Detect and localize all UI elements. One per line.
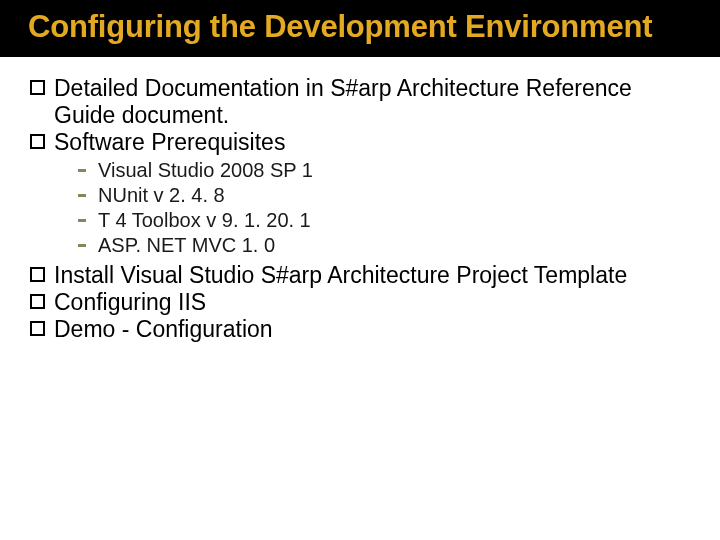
square-bullet-icon [30, 294, 45, 309]
bullet-text: Software Prerequisites [54, 129, 285, 155]
bullet-text: Detailed Documentation in S#arp Architec… [54, 75, 632, 128]
square-bullet-icon [30, 80, 45, 95]
sub-bullet-nunit: NUnit v 2. 4. 8 [78, 183, 690, 208]
square-bullet-icon [30, 321, 45, 336]
bullet-documentation: Detailed Documentation in S#arp Architec… [30, 75, 690, 129]
bullet-text: Demo - Configuration [54, 316, 273, 342]
sub-bullet-aspnetmvc: ASP. NET MVC 1. 0 [78, 233, 690, 258]
sub-bullet-group: Visual Studio 2008 SP 1 NUnit v 2. 4. 8 … [30, 156, 690, 262]
slide-body: Detailed Documentation in S#arp Architec… [0, 57, 720, 344]
slide-title: Configuring the Development Environment [0, 0, 720, 57]
bullet-prerequisites: Software Prerequisites [30, 129, 690, 156]
slide: Configuring the Development Environment … [0, 0, 720, 540]
sub-bullet-text: ASP. NET MVC 1. 0 [98, 234, 275, 256]
bullet-text: Install Visual Studio S#arp Architecture… [54, 262, 627, 288]
sub-bullet-t4toolbox: T 4 Toolbox v 9. 1. 20. 1 [78, 208, 690, 233]
dash-bullet-icon [78, 169, 86, 172]
square-bullet-icon [30, 134, 45, 149]
bullet-demo-config: Demo - Configuration [30, 316, 690, 343]
sub-bullet-text: Visual Studio 2008 SP 1 [98, 159, 313, 181]
dash-bullet-icon [78, 194, 86, 197]
sub-bullet-text: T 4 Toolbox v 9. 1. 20. 1 [98, 209, 311, 231]
sub-bullet-text: NUnit v 2. 4. 8 [98, 184, 225, 206]
square-bullet-icon [30, 267, 45, 282]
dash-bullet-icon [78, 219, 86, 222]
sub-bullet-vs2008: Visual Studio 2008 SP 1 [78, 158, 690, 183]
bullet-configure-iis: Configuring IIS [30, 289, 690, 316]
bullet-text: Configuring IIS [54, 289, 206, 315]
dash-bullet-icon [78, 244, 86, 247]
bullet-install-template: Install Visual Studio S#arp Architecture… [30, 262, 690, 289]
